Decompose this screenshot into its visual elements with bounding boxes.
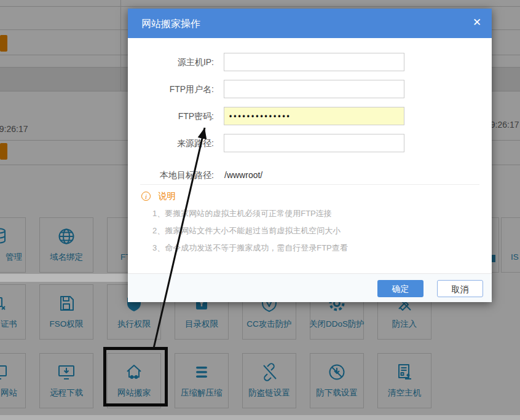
source-ip-row: 源主机IP: xyxy=(128,53,492,71)
ftp-password-input[interactable] xyxy=(224,107,404,125)
note-item: 1、要搬家网站的虚拟主机必须可正常使用FTP连接 xyxy=(152,208,332,219)
note-item: 3、命令成功发送不等于搬家成功，需自行登录FTP查看 xyxy=(152,243,348,254)
note-item: 2、搬家网站文件大小不能超过当前虚拟主机空间大小 xyxy=(152,225,341,236)
dialog-title: 网站搬家操作 xyxy=(141,18,200,31)
source-ip-label: 源主机IP: xyxy=(128,53,214,71)
target-path-row: 本地目标路径: /wwwroot/ xyxy=(128,166,492,184)
ftp-user-input[interactable] xyxy=(224,80,404,98)
source-path-input[interactable] xyxy=(224,134,404,152)
ftp-user-row: FTP用户名: xyxy=(128,80,492,98)
screen: 09:26:17 09:26:17 管理域名绑定FTIS证书FSO权限执行权限目… xyxy=(0,0,520,420)
ftp-user-label: FTP用户名: xyxy=(128,80,214,98)
note-title: 说明 xyxy=(158,191,175,202)
info-icon: i xyxy=(141,192,151,201)
source-ip-input[interactable] xyxy=(224,53,404,71)
ftp-password-row: FTP密码: xyxy=(128,107,492,125)
target-path-value: /wwwroot/ xyxy=(224,166,262,184)
cancel-button[interactable]: 取消 xyxy=(437,280,483,297)
source-path-label: 来源路径: xyxy=(128,134,214,152)
site-move-highlight-frame xyxy=(103,347,168,406)
light-strip xyxy=(0,415,520,420)
light-strip xyxy=(0,274,128,282)
target-path-label: 本地目标路径: xyxy=(128,166,214,184)
dialog-header: 网站搬家操作 ✕ xyxy=(128,9,492,38)
migration-dialog: 网站搬家操作 ✕ 源主机IP: FTP用户名: FTP密码: 来源路径: 本地目… xyxy=(128,9,492,302)
source-path-row: 来源路径: xyxy=(128,134,492,152)
dialog-footer: 确定 取消 xyxy=(128,273,492,302)
close-icon[interactable]: ✕ xyxy=(471,17,483,29)
section-divider xyxy=(140,184,479,185)
note-header: i 说明 xyxy=(141,190,175,201)
ftp-password-label: FTP密码: xyxy=(128,107,214,125)
ok-button[interactable]: 确定 xyxy=(377,280,423,297)
